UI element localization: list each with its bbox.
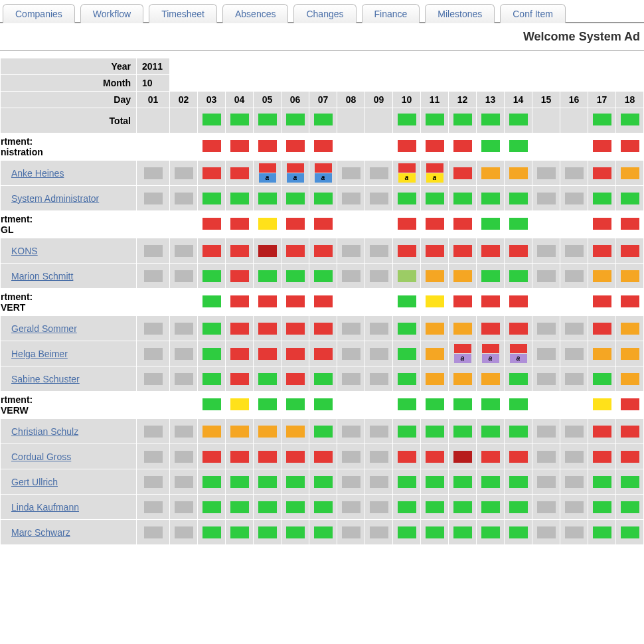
status-cube [314, 373, 333, 385]
dept-cell [532, 133, 560, 161]
status-cube [398, 270, 416, 282]
person-link[interactable]: Anke Heines [11, 168, 64, 179]
dept-cell [532, 211, 560, 238]
tab-workflow[interactable]: Workflow [80, 4, 143, 23]
status-cube [509, 426, 528, 438]
person-link[interactable]: Marc Schwarz [11, 527, 70, 538]
data-cell [137, 419, 170, 444]
tab-changes[interactable]: Changes [293, 4, 356, 23]
data-cell [365, 444, 393, 469]
data-cell [393, 444, 421, 469]
data-cell [198, 316, 226, 341]
person-link[interactable]: Sabine Schuster [11, 374, 80, 384]
data-cell [198, 495, 226, 520]
tab-timesheet[interactable]: Timesheet [149, 4, 217, 23]
status-cube [202, 348, 221, 360]
data-cell [309, 520, 337, 545]
status-cube [175, 270, 193, 282]
dept-cell [365, 289, 393, 316]
person-link[interactable]: System Administrator [11, 193, 99, 204]
status-cube [370, 193, 388, 204]
person-link[interactable]: Gerald Sommer [11, 323, 77, 334]
data-cell [254, 495, 282, 520]
status-cube [509, 451, 528, 463]
dept-cell [282, 392, 309, 419]
status-cube [342, 245, 361, 257]
status-cube [509, 270, 528, 282]
status-cube [481, 426, 500, 438]
tab-conf-item[interactable]: Conf Item [500, 4, 566, 23]
tab-milestones[interactable]: Milestones [425, 4, 495, 23]
status-cube [537, 270, 556, 282]
data-cell [254, 341, 282, 366]
status-cube [370, 373, 388, 385]
status-cube [453, 476, 472, 488]
status-cube [481, 526, 500, 538]
dept-cell [254, 289, 282, 316]
person-link[interactable]: Christian Schulz [11, 426, 78, 437]
status-cube [621, 167, 639, 179]
status-cube [537, 323, 556, 335]
dept-cell [309, 289, 337, 316]
tab-companies[interactable]: Companies [3, 4, 75, 23]
data-cell [337, 495, 365, 520]
dept-cell [282, 289, 309, 316]
person-link[interactable]: Cordual Gross [11, 451, 71, 462]
data-cell: a [309, 161, 337, 186]
person-link[interactable]: Marion Schmitt [11, 271, 73, 282]
data-cell [170, 341, 198, 366]
status-cube [453, 526, 472, 538]
person-link[interactable]: KONS [11, 246, 38, 256]
data-cell [282, 316, 309, 341]
day-header: 17 [588, 92, 616, 108]
status-cube [398, 526, 416, 538]
data-cell [393, 264, 421, 289]
data-cell [170, 366, 198, 392]
status-cube [144, 323, 163, 335]
status-cube [621, 348, 639, 360]
status-cube [175, 426, 193, 438]
status-cube: a [454, 354, 471, 363]
data-cell [532, 366, 560, 392]
status-cube [342, 270, 361, 282]
dept-cell [505, 392, 532, 419]
data-cell: a [254, 161, 282, 186]
day-header: 03 [198, 92, 226, 108]
data-cell [560, 469, 588, 495]
total-cell [477, 108, 505, 133]
tab-finance[interactable]: Finance [362, 4, 420, 23]
data-cell [254, 238, 282, 264]
data-cell [226, 469, 254, 495]
data-cell [198, 469, 226, 495]
total-cell [588, 108, 616, 133]
status-cube: a [398, 173, 416, 183]
data-cell [560, 264, 588, 289]
data-cell [588, 264, 616, 289]
tab-absences[interactable]: Absences [222, 4, 288, 23]
status-cube [593, 501, 611, 513]
status-cube [565, 193, 584, 204]
status-cube [509, 167, 528, 179]
status-cube [342, 193, 361, 204]
person-link[interactable]: Helga Beimer [11, 349, 68, 359]
status-cube [144, 245, 163, 257]
dept-cell [449, 211, 477, 238]
status-cube [453, 167, 472, 179]
dept-cell [170, 392, 198, 419]
status-cube [426, 193, 444, 204]
status-cube [258, 426, 277, 438]
data-cell [337, 341, 365, 366]
data-cell [365, 366, 393, 392]
person-link[interactable]: Linda Kaufmann [11, 502, 79, 513]
status-cube [509, 245, 528, 257]
dept-cell [532, 392, 560, 419]
status-cube [454, 344, 471, 353]
person-link[interactable]: Gert Ullrich [11, 477, 58, 487]
data-cell [532, 316, 560, 341]
data-cell [393, 238, 421, 264]
data-cell [254, 469, 282, 495]
data-cell [560, 419, 588, 444]
status-cube [621, 270, 639, 282]
dept-cell [421, 133, 449, 161]
data-cell [137, 186, 170, 211]
